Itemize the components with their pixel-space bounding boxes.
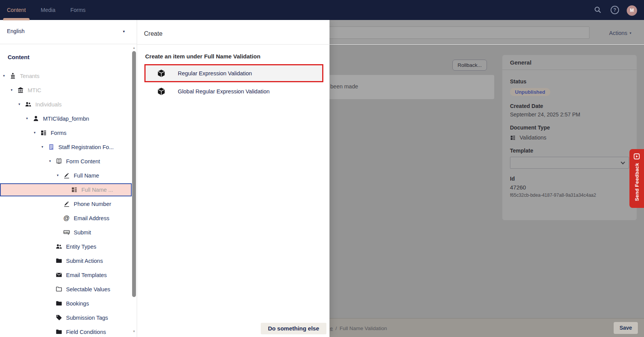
scroll-up-arrow-icon[interactable]: ▲ xyxy=(132,46,136,50)
section-tabs: ContentMediaForms xyxy=(7,0,101,20)
breadcrumb: e / Full Name Validation xyxy=(330,325,387,331)
document-type-label: Document Type xyxy=(510,125,629,131)
tree-item-label: Submission Tags xyxy=(66,315,108,321)
tree-item-label: Selectable Values xyxy=(66,286,110,292)
tree-item-bookings[interactable]: Bookings xyxy=(0,296,132,310)
tree-item-email-address[interactable]: @Email Address xyxy=(0,211,132,225)
form-icon xyxy=(47,144,55,151)
umbraco-backoffice: Actions ▾ Rollback... been made General … xyxy=(0,0,644,337)
save-button[interactable]: Save xyxy=(614,322,638,334)
create-option-label: Regular Expression Validation xyxy=(178,70,252,76)
document-type-value: Validations xyxy=(520,134,546,141)
chevron-down-icon xyxy=(621,160,625,164)
general-panel-title: General xyxy=(502,55,637,70)
send-feedback-label: Send Feedback xyxy=(634,163,640,201)
tab-content[interactable]: Content xyxy=(7,0,26,20)
tree-item-label: Field Conditions xyxy=(66,329,106,335)
tree-item-label: Full Name xyxy=(74,173,99,179)
tree-item-label: Submit xyxy=(74,229,91,236)
document-name-input[interactable] xyxy=(296,27,589,39)
at-icon: @ xyxy=(63,215,70,222)
svg-text:SUBMIT: SUBMIT xyxy=(63,231,70,233)
template-select[interactable] xyxy=(510,157,629,169)
actions-label: Actions xyxy=(609,30,627,36)
dialog-header-divider xyxy=(137,44,329,45)
create-option-global-regular-expression-validation[interactable]: Global Regular Expression Validation xyxy=(144,82,323,100)
users-icon xyxy=(24,101,32,108)
tree-item-phone-number[interactable]: Phone Number xyxy=(0,197,132,211)
help-icon[interactable]: ? xyxy=(611,6,619,14)
notification-box: been made xyxy=(319,75,494,99)
tree-item-label: Phone Number xyxy=(74,201,111,207)
expand-caret-icon[interactable]: ▾ xyxy=(34,131,40,134)
tree-item-email-templates[interactable]: Email Templates xyxy=(0,268,132,282)
tree-item-entity-types[interactable]: Entity Types xyxy=(0,239,132,254)
tab-forms[interactable]: Forms xyxy=(70,0,86,20)
tab-media[interactable]: Media xyxy=(41,0,55,20)
rollback-button[interactable]: Rollback... xyxy=(452,60,487,71)
tab-label: Content xyxy=(7,7,26,13)
send-feedback-tab[interactable]: Send Feedback xyxy=(629,149,644,208)
tree-item-mtic-ldap-formbn[interactable]: ▾MTIC\ldap_formbn xyxy=(0,111,132,126)
status-badge: Unpublished xyxy=(510,88,550,96)
signature-icon xyxy=(63,172,70,179)
tree-item-label: Form Content xyxy=(66,158,100,164)
folder-open-icon xyxy=(55,286,63,293)
tree-item-form-content[interactable]: ▾Form Content xyxy=(0,154,132,168)
tab-label: Media xyxy=(41,7,55,13)
language-selector[interactable]: English ▾ xyxy=(0,20,137,44)
created-date-value: September 24, 2025 2:57 PM xyxy=(510,111,629,118)
tree-item-individuals[interactable]: ▾Individuals xyxy=(0,97,132,111)
tree-item-selectable-values[interactable]: Selectable Values xyxy=(0,282,132,296)
tree-item-submission-tags[interactable]: Submission Tags xyxy=(0,310,132,325)
users-icon xyxy=(55,243,63,250)
breadcrumb-link[interactable]: e xyxy=(330,325,333,331)
tree-item-field-conditions[interactable]: Field Conditions xyxy=(0,325,132,337)
organization-icon xyxy=(9,73,17,80)
folder-icon xyxy=(55,329,63,335)
tab-label: Forms xyxy=(70,7,86,13)
tree-item-full-name[interactable]: ▾Full Name xyxy=(0,168,132,183)
tag-icon xyxy=(55,314,63,321)
tree-item-label: Staff Registration Fo... xyxy=(58,144,114,150)
grid-icon xyxy=(70,186,78,193)
expand-caret-icon[interactable]: ▾ xyxy=(18,103,24,106)
box-icon xyxy=(157,69,166,78)
created-date-label: Created Date xyxy=(510,103,629,109)
expand-caret-icon[interactable]: ▾ xyxy=(41,145,47,149)
tree-item-forms[interactable]: ▾Forms xyxy=(0,126,132,140)
book-icon xyxy=(55,158,63,165)
scroll-down-arrow-icon[interactable]: ▼ xyxy=(132,330,136,333)
create-item-list: Regular Expression ValidationGlobal Regu… xyxy=(144,64,323,100)
expand-caret-icon[interactable]: ▾ xyxy=(57,174,63,177)
envelope-icon xyxy=(55,272,63,279)
search-icon[interactable] xyxy=(594,6,602,14)
tree-item-tenants[interactable]: ▾Tenants xyxy=(0,69,132,83)
expand-caret-icon[interactable]: ▾ xyxy=(11,88,17,92)
tree-scrollbar[interactable] xyxy=(132,51,136,297)
content-tree: ▾Tenants▾MTIC▾Individuals▾MTIC\ldap_form… xyxy=(0,69,132,337)
tree-item-label: Email Templates xyxy=(66,272,107,278)
expand-caret-icon[interactable]: ▾ xyxy=(49,159,55,163)
tree-item-mtic[interactable]: ▾MTIC xyxy=(0,83,132,97)
user-avatar[interactable]: M xyxy=(627,5,637,16)
grid-icon xyxy=(40,129,47,136)
folder-icon xyxy=(55,257,63,264)
top-navbar: ContentMediaForms ? M xyxy=(0,0,644,20)
grid-icon xyxy=(510,135,516,141)
tree-item-submit-actions[interactable]: Submit Actions xyxy=(0,254,132,268)
id-guid: f65c32cb-bdea-4187-97a8-9a31a34c4aa2 xyxy=(510,193,629,198)
id-label: Id xyxy=(510,176,629,182)
expand-caret-icon[interactable]: ▾ xyxy=(26,117,32,120)
expand-caret-icon[interactable]: ▾ xyxy=(3,74,9,78)
box-icon xyxy=(157,87,166,96)
create-option-regular-expression-validation[interactable]: Regular Expression Validation xyxy=(144,64,323,82)
submit-icon: SUBMIT xyxy=(63,229,70,236)
actions-dropdown[interactable]: Actions ▾ xyxy=(609,29,631,37)
id-value: 47260 xyxy=(510,184,629,191)
tree-item-submit[interactable]: SUBMITSubmit xyxy=(0,225,132,239)
template-label: Template xyxy=(510,148,629,154)
tree-item-staff-registration-fo[interactable]: ▾Staff Registration Fo... xyxy=(0,140,132,154)
tree-item-full-name[interactable]: Full Name ... xyxy=(0,183,132,196)
do-something-else-button[interactable]: Do something else xyxy=(261,323,326,334)
